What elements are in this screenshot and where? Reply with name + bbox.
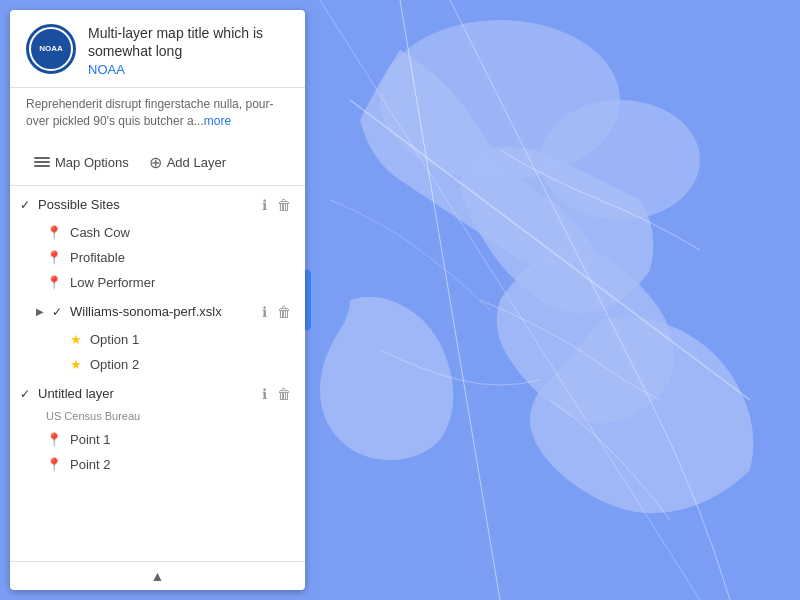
map-subtitle[interactable]: NOAA [88,62,289,77]
delete-icon[interactable]: 🗑 [275,303,293,321]
layer-actions: ℹ 🗑 [260,385,293,403]
hamburger-icon [34,157,50,167]
header-text: Multi-layer map title which is somewhat … [88,24,289,77]
layer-actions: ℹ 🗑 [260,303,293,321]
collapse-right-icon: ▶ [36,306,48,317]
layer-items-possible-sites: 📍 Cash Cow 📍 Profitable 📍 Low Performer [10,220,305,295]
layer-items-williams: ★ Option 1 ★ Option 2 [10,327,305,377]
map-title: Multi-layer map title which is somewhat … [88,24,289,60]
check-icon: ✓ [20,198,34,212]
list-item[interactable]: 📍 Profitable [10,245,305,270]
item-label: Point 2 [70,457,110,472]
item-label: Cash Cow [70,225,130,240]
add-layer-button[interactable]: ⊕ Add Layer [141,148,234,177]
pin-icon: 📍 [46,275,62,290]
toolbar: Map Options ⊕ Add Layer [10,140,305,186]
bottom-bar[interactable]: ▲ [10,561,305,590]
star-icon: ★ [70,332,82,347]
layers-list: ✓ Possible Sites ℹ 🗑 📍 Cash Cow 📍 Profit… [10,186,305,561]
pin-icon: 📍 [46,250,62,265]
map-options-label: Map Options [55,155,129,170]
info-icon[interactable]: ℹ [260,303,269,321]
layer-header-untitled[interactable]: ✓ Untitled layer ℹ 🗑 [10,379,305,409]
layer-header-williams[interactable]: ▶ ✓ Williams-sonoma-perf.xslx ℹ 🗑 [10,297,305,327]
layer-items-untitled: 📍 Point 1 📍 Point 2 [10,427,305,477]
pin-icon: 📍 [46,457,62,472]
logo-inner: NOAA [29,27,73,71]
add-layer-label: Add Layer [167,155,226,170]
list-item[interactable]: 📍 Low Performer [10,270,305,295]
chevron-up-icon: ▲ [151,568,165,584]
delete-icon[interactable]: 🗑 [275,196,293,214]
layer-name-untitled: Untitled layer [38,386,256,401]
map-description: Reprehenderit disrupt fingerstache nulla… [26,96,289,140]
star-icon: ★ [70,357,82,372]
list-item[interactable]: ★ Option 2 [10,352,305,377]
description-text: Reprehenderit disrupt fingerstache nulla… [26,97,273,128]
more-link[interactable]: more [204,114,231,128]
list-item[interactable]: 📍 Cash Cow [10,220,305,245]
check-icon: ✓ [20,387,34,401]
layer-group-williams: ▶ ✓ Williams-sonoma-perf.xslx ℹ 🗑 ★ Opti… [10,297,305,377]
item-label: Option 2 [90,357,139,372]
info-icon[interactable]: ℹ [260,196,269,214]
layer-group-possible-sites: ✓ Possible Sites ℹ 🗑 📍 Cash Cow 📍 Profit… [10,190,305,295]
delete-icon[interactable]: 🗑 [275,385,293,403]
map-options-button[interactable]: Map Options [26,150,137,175]
info-icon[interactable]: ℹ [260,385,269,403]
sidebar-panel: NOAA Multi-layer map title which is some… [10,10,305,590]
check-icon: ✓ [52,305,66,319]
logo-text: NOAA [39,45,63,54]
list-item[interactable]: 📍 Point 1 [10,427,305,452]
layer-actions: ℹ 🗑 [260,196,293,214]
active-indicator [305,270,311,330]
list-item[interactable]: ★ Option 1 [10,327,305,352]
layer-name-possible-sites: Possible Sites [38,197,256,212]
layers-icon: ⊕ [149,153,162,172]
list-item[interactable]: 📍 Point 2 [10,452,305,477]
layer-group-untitled: ✓ Untitled layer ℹ 🗑 US Census Bureau 📍 … [10,379,305,477]
pin-icon: 📍 [46,225,62,240]
pin-icon: 📍 [46,432,62,447]
item-label: Point 1 [70,432,110,447]
layer-header-possible-sites[interactable]: ✓ Possible Sites ℹ 🗑 [10,190,305,220]
source-label: US Census Bureau [10,409,305,427]
item-label: Low Performer [70,275,155,290]
logo: NOAA [26,24,76,74]
item-label: Option 1 [90,332,139,347]
item-label: Profitable [70,250,125,265]
header-section: NOAA Multi-layer map title which is some… [10,10,305,88]
layer-name-williams: Williams-sonoma-perf.xslx [70,304,256,319]
